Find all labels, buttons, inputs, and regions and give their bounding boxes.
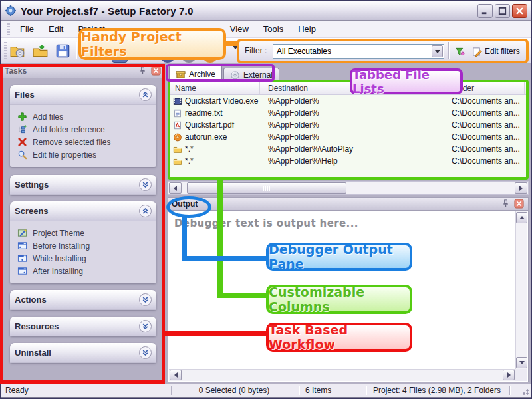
toolbar-gripper[interactable]	[4, 42, 7, 60]
status-selected: 0 Selected (0 bytes)	[171, 386, 297, 395]
output-text: Debugger text is output here...	[174, 217, 358, 229]
callout-customizable-columns: Customizable Columns	[266, 285, 412, 314]
status-project: Project: 4 Files (2.98 MB), 2 Folders	[366, 386, 508, 395]
app-icon	[5, 5, 17, 17]
callout-connector-blue	[182, 217, 187, 261]
minimize-button[interactable]	[477, 4, 493, 18]
callout-outline-tabs	[166, 64, 275, 82]
scroll-right-button[interactable]	[515, 182, 527, 194]
save-project-button[interactable]	[53, 41, 72, 61]
callout-outline-tasks-panel	[0, 64, 165, 384]
toolbar-separator	[76, 42, 77, 59]
scroll-right-button[interactable]	[503, 370, 515, 380]
menu-help[interactable]: Help	[291, 21, 323, 37]
status-bar: Ready 0 Selected (0 bytes) 6 Items Proje…	[1, 384, 531, 397]
close-button[interactable]	[512, 4, 527, 18]
small-close-icon	[514, 199, 524, 209]
minimize-icon	[480, 6, 490, 16]
new-project-button[interactable]	[8, 41, 27, 61]
callout-debugger-output-pane: Debugger Output Pane	[266, 243, 412, 271]
status-ready: Ready	[5, 386, 29, 395]
window-title: Your Project.sf7 - Setup Factory 7.0	[21, 5, 194, 17]
status-items: 6 Items	[305, 386, 331, 395]
output-pin-button[interactable]	[501, 199, 511, 209]
menu-view[interactable]: View	[223, 21, 256, 37]
callout-connector-blue	[184, 256, 270, 261]
menu-edit[interactable]: Edit	[41, 21, 70, 37]
output-vscrollbar[interactable]	[515, 211, 527, 369]
scroll-up-button[interactable]	[516, 212, 527, 223]
maximize-button[interactable]	[495, 4, 510, 18]
menu-file[interactable]: File	[13, 21, 41, 37]
callout-connector-green	[217, 178, 223, 298]
save-project-icon	[55, 43, 70, 59]
scroll-down-button[interactable]	[516, 357, 527, 368]
scroll-left-button[interactable]	[170, 370, 182, 380]
application-window: Your Project.sf7 - Setup Factory 7.0 Fil…	[0, 0, 532, 399]
open-project-icon	[33, 43, 48, 59]
output-close-button[interactable]	[514, 199, 525, 209]
callout-outline-filter-area	[237, 39, 529, 63]
pin-icon	[501, 199, 511, 209]
callout-connector-red	[164, 331, 269, 336]
scroll-thumb[interactable]	[187, 182, 346, 194]
close-icon	[515, 6, 525, 16]
output-hscrollbar[interactable]	[169, 369, 515, 381]
callout-outline-file-list	[168, 80, 529, 180]
callout-task-based-workflow: Task Based Workflow	[266, 323, 412, 352]
title-bar[interactable]: Your Project.sf7 - Setup Factory 7.0	[1, 1, 531, 21]
menu-tools[interactable]: Tools	[256, 21, 291, 37]
callout-connector-orange	[225, 41, 239, 46]
maximize-icon	[497, 6, 507, 16]
callout-handy-project-filters: Handy Project Filters	[78, 28, 226, 60]
callout-tabbed-file-lists: Tabbed File Lists	[350, 68, 463, 94]
new-project-icon	[10, 43, 25, 59]
scrollbar-corner	[515, 369, 527, 381]
resize-grip[interactable]	[520, 386, 529, 396]
menubar-gripper[interactable]	[7, 23, 10, 35]
scroll-left-button[interactable]	[169, 182, 182, 194]
open-project-button[interactable]	[31, 41, 50, 61]
callout-ellipse-output	[166, 196, 211, 218]
